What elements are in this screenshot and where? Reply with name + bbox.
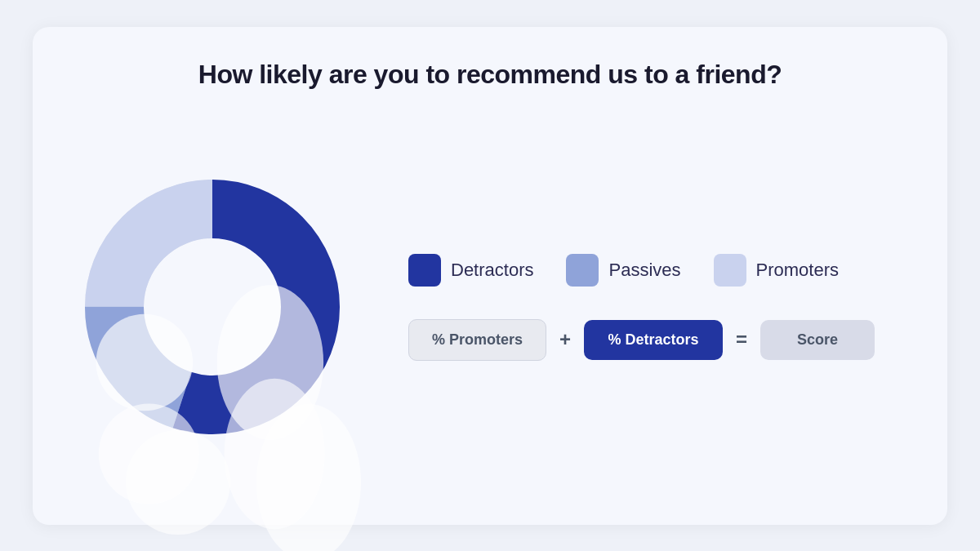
right-panel: Detractors Passives Promoters % Promoter…: [408, 254, 898, 361]
promoters-person-icon: [74, 323, 335, 551]
legend-box-promoters: [714, 254, 746, 287]
legend-label-promoters: Promoters: [756, 260, 839, 281]
svg-point-4: [99, 403, 199, 504]
legend-item-passives: Passives: [566, 254, 680, 287]
content-row: Detractors Passives Promoters % Promoter…: [82, 122, 898, 492]
legend-label-passives: Passives: [608, 260, 680, 281]
detractors-pill: % Detractors: [584, 320, 723, 360]
legend-label-detractors: Detractors: [451, 260, 533, 281]
legend-box-detractors: [408, 254, 441, 287]
equals-operator: =: [736, 328, 747, 351]
main-card: How likely are you to recommend us to a …: [33, 27, 947, 525]
legend-box-passives: [566, 254, 599, 287]
page-title: How likely are you to recommend us to a …: [198, 60, 782, 90]
score-pill: Score: [760, 320, 875, 360]
promoters-pill: % Promoters: [408, 319, 546, 361]
formula-row: % Promoters + % Detractors = Score: [408, 319, 898, 361]
legend-item-promoters: Promoters: [714, 254, 839, 287]
legend-item-detractors: Detractors: [408, 254, 533, 287]
svg-point-5: [225, 379, 325, 530]
plus-operator: +: [559, 328, 571, 351]
legend: Detractors Passives Promoters: [408, 254, 898, 287]
donut-chart: [82, 176, 343, 438]
